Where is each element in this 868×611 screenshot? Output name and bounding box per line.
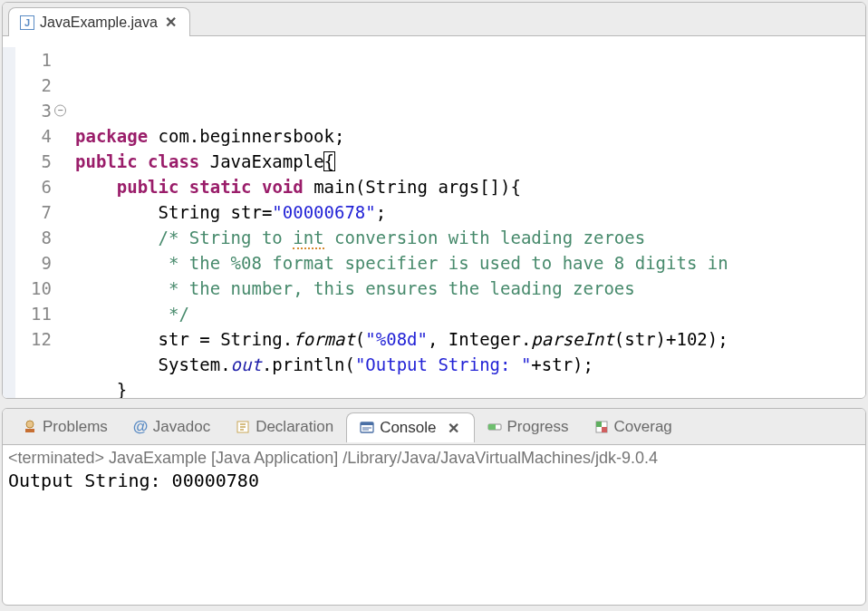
editor-pane: J JavaExample.java ✕ 123−456789101112 pa… [2, 2, 866, 399]
tab-coverage-label: Coverag [614, 418, 672, 436]
coverage-icon [594, 420, 609, 434]
tab-javadoc-label: Javadoc [153, 418, 210, 436]
svg-point-1 [26, 421, 34, 428]
editor-body: 123−456789101112 package com.beginnersbo… [3, 35, 865, 398]
line-number: 5 [3, 149, 64, 174]
console-output: Output String: 00000780 [8, 470, 860, 491]
problems-icon [23, 420, 37, 434]
code-line[interactable]: public class JavaExample{ [75, 149, 865, 174]
tab-problems[interactable]: Problems [10, 412, 121, 441]
tab-coverage[interactable]: Coverag [582, 412, 685, 441]
line-number-gutter: 123−456789101112 [3, 36, 64, 398]
console-body: <terminated> JavaExample [Java Applicati… [3, 445, 865, 495]
line-number: 6 [3, 174, 64, 199]
tab-problems-label: Problems [43, 418, 108, 436]
line-number: 4 [3, 123, 64, 149]
svg-rect-8 [596, 422, 602, 427]
code-line[interactable]: public static void main(String args[]){ [75, 174, 865, 199]
code-line[interactable]: /* String to int conversion with leading… [75, 225, 865, 250]
line-number: 2 [3, 73, 64, 98]
console-status: <terminated> JavaExample [Java Applicati… [8, 449, 860, 468]
svg-rect-9 [602, 427, 607, 432]
code-area[interactable]: package com.beginnersbook;public class J… [64, 36, 865, 398]
fold-toggle-icon[interactable]: − [54, 105, 66, 117]
line-number: 3− [3, 98, 64, 123]
code-line[interactable]: System.out.println("Output String: "+str… [75, 352, 865, 377]
java-file-icon: J [20, 15, 34, 30]
code-line[interactable]: package com.beginnersbook; [75, 123, 865, 149]
svg-rect-0 [25, 429, 34, 432]
bottom-pane: Problems @ Javadoc Declaration Console ✕… [2, 408, 866, 606]
code-line[interactable]: * the number, this ensures the leading z… [75, 276, 865, 301]
code-line[interactable]: str = String.format("%08d", Integer.pars… [75, 326, 865, 352]
line-number: 12 [3, 326, 64, 352]
line-number: 7 [3, 199, 64, 225]
svg-rect-6 [488, 424, 496, 430]
tab-declaration[interactable]: Declaration [223, 412, 346, 441]
tab-javadoc[interactable]: @ Javadoc [121, 412, 223, 441]
javadoc-icon: @ [133, 420, 148, 434]
code-line[interactable]: } [75, 377, 865, 399]
progress-icon [487, 420, 502, 434]
editor-tab[interactable]: J JavaExample.java ✕ [8, 7, 190, 36]
view-tab-bar: Problems @ Javadoc Declaration Console ✕… [3, 409, 865, 445]
tab-console-label: Console [380, 419, 436, 437]
code-line[interactable]: * the %08 format specifier is used to ha… [75, 250, 865, 276]
tab-declaration-label: Declaration [256, 418, 333, 436]
line-number: 8 [3, 225, 64, 250]
line-number: 1 [3, 47, 64, 73]
tab-console[interactable]: Console ✕ [346, 412, 474, 442]
declaration-icon [236, 420, 250, 434]
editor-tab-label: JavaExample.java [40, 15, 158, 31]
tab-progress[interactable]: Progress [475, 412, 582, 441]
line-number: 10 [3, 276, 64, 301]
line-number: 11 [3, 301, 64, 326]
svg-rect-4 [361, 422, 373, 425]
console-icon [360, 421, 374, 435]
code-line[interactable]: String str="00000678"; [75, 199, 865, 225]
editor-tab-bar: J JavaExample.java ✕ [3, 3, 865, 35]
tab-progress-label: Progress [507, 418, 569, 436]
code-line[interactable]: */ [75, 301, 865, 326]
close-icon[interactable]: ✕ [163, 14, 178, 31]
line-number: 9 [3, 250, 64, 276]
close-icon[interactable]: ✕ [446, 420, 461, 437]
